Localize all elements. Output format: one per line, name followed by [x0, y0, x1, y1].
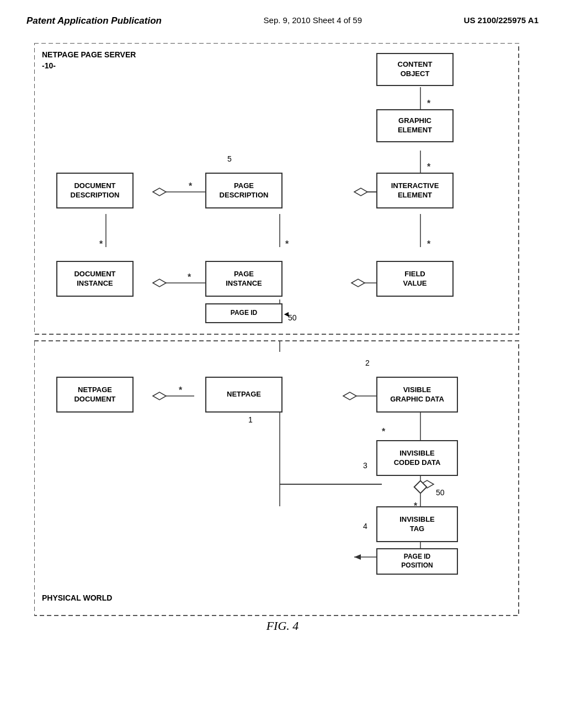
netpage-document-box: NETPAGEDOCUMENT: [56, 377, 134, 413]
header-right: US 2100/225975 A1: [464, 15, 539, 25]
field-value-box: FIELDVALUE: [376, 261, 454, 297]
svg-marker-42: [354, 554, 361, 560]
svg-marker-11: [153, 188, 166, 196]
header-center: Sep. 9, 2010 Sheet 4 of 59: [264, 15, 362, 25]
svg-text:*: *: [427, 162, 431, 172]
document-instance-box: DOCUMENTINSTANCE: [56, 261, 134, 297]
page-header: Patent Application Publication Sep. 9, 2…: [0, 0, 565, 26]
svg-text:*: *: [427, 239, 431, 249]
svg-marker-30: [153, 392, 166, 400]
header-left: Patent Application Publication: [26, 15, 162, 26]
label-4: 4: [363, 522, 367, 531]
figure-caption: FIG. 4: [266, 619, 299, 633]
svg-marker-23: [351, 279, 365, 287]
page-description-box: PAGEDESCRIPTION: [205, 173, 282, 208]
label-5: 5: [227, 154, 232, 163]
bottom-region-label: PHYSICAL WORLD: [42, 593, 112, 602]
svg-text:*: *: [188, 272, 191, 282]
label-50-top: 50: [288, 313, 297, 322]
svg-text:*: *: [382, 427, 386, 436]
label-1: 1: [248, 415, 253, 424]
svg-text:*: *: [285, 239, 289, 249]
page-id-position-box: PAGE IDPOSITION: [376, 548, 458, 575]
invisible-coded-diamond: [413, 480, 427, 494]
page-instance-box: PAGEINSTANCE: [205, 261, 282, 297]
interactive-element-box: INTERACTIVEELEMENT: [376, 173, 454, 208]
invisible-coded-data-box: INVISIBLECODED DATA: [376, 440, 458, 476]
top-region-label: NETPAGE PAGE SERVER-10-: [42, 50, 136, 71]
svg-text:*: *: [427, 99, 431, 108]
svg-marker-20: [153, 279, 166, 287]
svg-text:*: *: [99, 239, 103, 249]
diagram-area: * * * * * * * * *: [34, 43, 531, 639]
label-3: 3: [363, 461, 367, 470]
svg-marker-7: [354, 188, 367, 196]
netpage-box: NETPAGE: [205, 377, 282, 413]
content-object-box: CONTENTOBJECT: [376, 53, 454, 86]
document-description-box: DOCUMENTDESCRIPTION: [56, 173, 134, 208]
invisible-tag-box: INVISIBLETAG: [376, 506, 458, 542]
label-2: 2: [365, 358, 370, 367]
visible-graphic-data-box: VISIBLEGRAPHIC DATA: [376, 377, 458, 413]
svg-marker-33: [343, 392, 356, 400]
graphic-element-box: GRAPHICELEMENT: [376, 109, 454, 142]
page-id-top-box: PAGE ID: [205, 303, 282, 323]
label-50-bottom: 50: [436, 488, 445, 497]
svg-text:*: *: [189, 181, 193, 191]
svg-text:*: *: [179, 386, 183, 395]
